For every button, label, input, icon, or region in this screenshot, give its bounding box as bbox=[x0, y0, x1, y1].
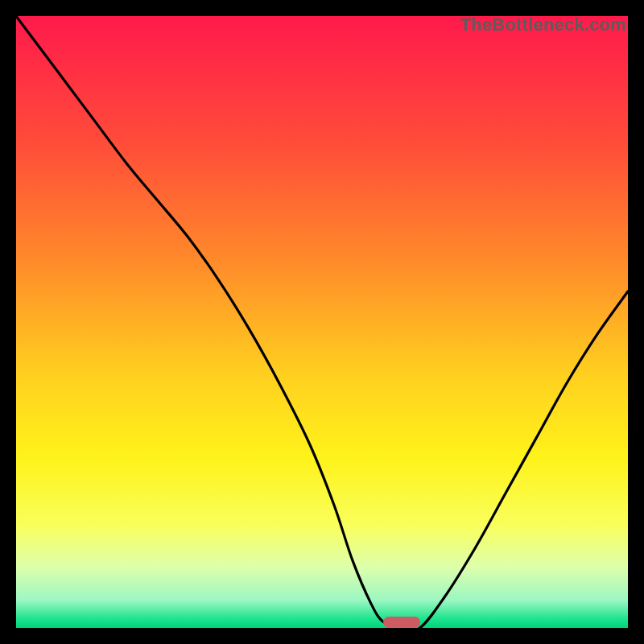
plot-frame: TheBottleneck.com bbox=[16, 16, 628, 628]
watermark-text: TheBottleneck.com bbox=[460, 14, 626, 35]
optimal-marker bbox=[383, 617, 420, 628]
svg-rect-0 bbox=[16, 16, 628, 628]
plot-background-gradient bbox=[16, 16, 628, 628]
